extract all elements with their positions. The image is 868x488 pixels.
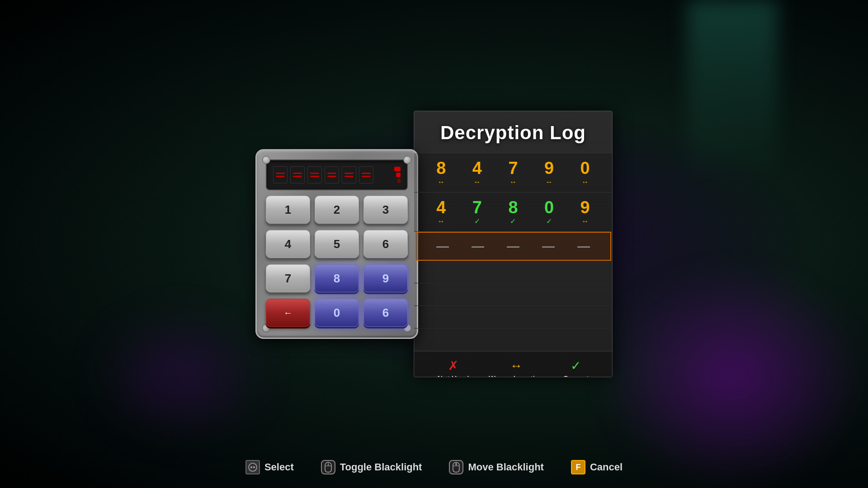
legend-not-used: ✗ Not Used	[438, 360, 469, 377]
key-6[interactable]: 6	[363, 230, 408, 258]
indicator-block-3	[397, 178, 401, 183]
key-7[interactable]: 7	[266, 264, 310, 292]
key-4[interactable]: 4	[266, 230, 310, 258]
digit-dash-top	[293, 173, 302, 174]
log-indicator-1-5: ↔	[581, 178, 589, 186]
log-rows: 8 ↔ 4 ↔ 7 ↔ 9 ↔ 0 ↔	[414, 153, 612, 351]
log-indicator-2-3: ✓	[510, 218, 516, 225]
digit-dash-bottom	[362, 176, 371, 177]
wrong-location-label: Wrong Location	[489, 375, 543, 377]
move-blacklight-icon	[449, 460, 463, 474]
keypad-wrapper: 1 2 3 4 5 6 7 8 9 ← 0 6	[255, 149, 418, 339]
action-select: Select	[245, 460, 294, 474]
digit-dash-bottom	[327, 176, 336, 177]
legend-correct: ✓ Correct	[563, 360, 589, 377]
display-digit-6	[359, 166, 373, 183]
log-cell-active-4: —	[535, 239, 562, 253]
keypad-display	[266, 160, 408, 190]
wrong-location-icon: ↔	[510, 360, 523, 372]
log-cell-1-3: 7 ↔	[500, 160, 527, 186]
log-row-empty-3	[414, 306, 612, 328]
not-used-icon: ✗	[448, 360, 458, 372]
select-icon	[245, 460, 260, 474]
key-6b[interactable]: 6	[363, 299, 408, 327]
log-digit-1-3: 7	[508, 160, 518, 177]
log-cell-active-3: —	[500, 239, 527, 253]
action-cancel: F Cancel	[571, 460, 623, 474]
digit-dash-top	[276, 173, 285, 174]
key-3[interactable]: 3	[363, 196, 408, 224]
not-used-label: Not Used	[438, 375, 469, 377]
log-digit-2-4: 0	[544, 199, 554, 216]
action-toggle-blacklight: Toggle Blacklight	[321, 460, 422, 474]
key-8[interactable]: 8	[315, 264, 359, 292]
correct-label: Correct	[563, 375, 589, 377]
keypad: 1 2 3 4 5 6 7 8 9 ← 0 6	[255, 149, 418, 339]
digit-dash-top	[344, 173, 354, 174]
log-digit-2-2: 7	[472, 199, 482, 216]
key-9[interactable]: 9	[363, 264, 408, 292]
log-indicator-2-1: ↔	[438, 218, 445, 225]
log-digit-1-4: 9	[544, 160, 554, 177]
screw-top-right	[403, 156, 411, 164]
log-cell-1-1: 8 ↔	[428, 160, 455, 186]
log-cell-2-2: 7 ✓	[463, 199, 491, 225]
display-digit-4	[325, 166, 339, 183]
log-row-empty-2	[414, 283, 612, 306]
log-row-empty-1	[414, 261, 612, 283]
log-legend: ✗ Not Used ↔ Wrong Location ✓ Correct	[414, 351, 612, 377]
active-dash-4: —	[542, 239, 555, 253]
active-dash-1: —	[436, 239, 449, 253]
log-row-active: — — — — —	[415, 232, 611, 261]
key-1[interactable]: 1	[266, 196, 310, 224]
keypad-grid: 1 2 3 4 5 6 7 8 9 ← 0 6	[266, 196, 408, 328]
digit-dash-top	[310, 173, 319, 174]
digit-dash-bottom	[293, 176, 302, 177]
move-blacklight-label: Move Blacklight	[468, 461, 543, 473]
key-backspace[interactable]: ←	[266, 299, 310, 327]
log-cell-2-5: 9 ↔	[571, 199, 599, 225]
indicator-block-2	[396, 173, 401, 177]
key-5[interactable]: 5	[315, 230, 359, 258]
cancel-icon: F	[571, 460, 585, 474]
digit-dash-bottom	[310, 176, 319, 177]
log-cell-2-4: 0 ✓	[536, 199, 563, 225]
correct-icon: ✓	[571, 360, 581, 372]
log-indicator-2-4: ✓	[546, 218, 552, 225]
toggle-blacklight-icon	[321, 460, 335, 474]
log-digit-2-3: 8	[508, 199, 518, 216]
digit-dash-bottom	[276, 176, 285, 177]
display-digit-5	[342, 166, 356, 183]
log-cell-1-2: 4 ↔	[463, 160, 491, 186]
svg-point-1	[250, 466, 252, 468]
log-indicator-1-1: ↔	[438, 178, 445, 186]
indicator-block-1	[394, 167, 401, 171]
log-cell-2-1: 4 ↔	[428, 199, 455, 225]
key-2[interactable]: 2	[315, 196, 359, 224]
log-row-1: 8 ↔ 4 ↔ 7 ↔ 9 ↔ 0 ↔	[414, 153, 612, 192]
legend-wrong-location: ↔ Wrong Location	[489, 360, 543, 377]
display-digit-2	[290, 166, 305, 183]
log-digit-2-5: 9	[580, 199, 590, 216]
toggle-blacklight-label: Toggle Blacklight	[340, 461, 422, 473]
log-panel: Decryption Log 8 ↔ 4 ↔ 7 ↔ 9 ↔	[414, 111, 613, 377]
digit-dash-top	[327, 173, 336, 174]
log-digit-1-5: 0	[580, 160, 590, 177]
log-digit-1-2: 4	[472, 160, 482, 177]
log-cell-2-3: 8 ✓	[500, 199, 527, 225]
log-indicator-2-5: ↔	[581, 218, 589, 225]
key-0[interactable]: 0	[315, 299, 359, 327]
digit-dash-top	[362, 173, 371, 174]
log-indicator-1-2: ↔	[473, 178, 481, 186]
log-cell-active-5: —	[570, 239, 597, 253]
log-cell-active-2: —	[464, 239, 491, 253]
select-label: Select	[264, 461, 294, 473]
log-cell-1-4: 9 ↔	[536, 160, 563, 186]
active-dash-5: —	[577, 239, 590, 253]
svg-point-0	[249, 463, 257, 471]
main-container: 1 2 3 4 5 6 7 8 9 ← 0 6 Decryption Log 8	[0, 0, 868, 488]
log-digit-1-1: 8	[436, 160, 446, 177]
log-row-2: 4 ↔ 7 ✓ 8 ✓ 0 ✓ 9 ↔	[414, 192, 612, 232]
active-dash-3: —	[507, 239, 519, 253]
display-digit-3	[307, 166, 322, 183]
